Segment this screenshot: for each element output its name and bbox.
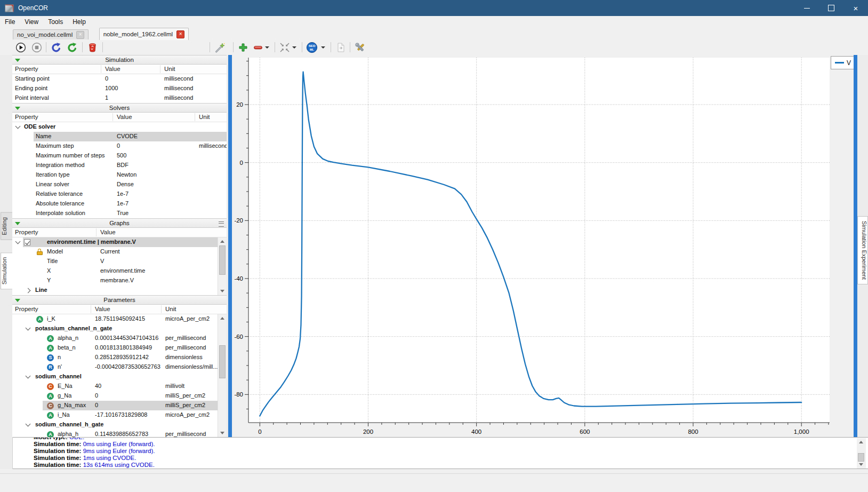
- column-header-unit[interactable]: Unit: [199, 114, 210, 120]
- section-header-parameters[interactable]: Parameters: [12, 295, 227, 305]
- column-header-value[interactable]: Value: [95, 306, 110, 312]
- export-button[interactable]: [335, 42, 347, 53]
- column-header-unit[interactable]: Unit: [165, 306, 176, 312]
- property-row[interactable]: Absolute tolerance1e-7: [12, 199, 227, 209]
- menu-view[interactable]: View: [20, 17, 43, 27]
- parameter-row[interactable]: Ag_Na0milliS_per_cm2: [12, 391, 227, 401]
- menu-file[interactable]: File: [0, 17, 20, 27]
- parameter-row[interactable]: Aalpha_h0.114839885652783per_millisecond: [12, 430, 227, 437]
- property-row[interactable]: Interpolate solutionTrue: [12, 209, 227, 218]
- chevron-expanded-icon[interactable]: [15, 239, 21, 244]
- tab-close-icon[interactable]: ×: [176, 30, 184, 38]
- file-tab-no_voi_model.cellml[interactable]: no_voi_model.cellml×: [13, 29, 89, 39]
- column-header-property[interactable]: Property: [15, 114, 38, 120]
- property-row[interactable]: Starting point0millisecond: [12, 74, 227, 84]
- property-row[interactable]: Relative tolerance1e-7: [12, 189, 227, 199]
- sedml-button[interactable]: SEDML: [306, 42, 318, 53]
- graph-checkbox[interactable]: [24, 239, 30, 245]
- property-row[interactable]: Iteration typeNewton: [12, 170, 227, 180]
- column-header-property[interactable]: Property: [15, 229, 38, 235]
- parameter-row[interactable]: CE_Na40millivolt: [12, 382, 227, 391]
- chevron-down-icon[interactable]: [321, 46, 325, 49]
- column-header-value[interactable]: Value: [105, 66, 120, 72]
- minimize-button[interactable]: [794, 0, 819, 16]
- scroll-down-icon[interactable]: [859, 463, 863, 466]
- chevron-expanded-icon[interactable]: [15, 124, 21, 129]
- close-button[interactable]: ×: [843, 0, 868, 16]
- file-tab-noble_model_1962.cellml[interactable]: noble_model_1962.cellml×: [99, 28, 189, 40]
- property-row[interactable]: Integration methodBDF: [12, 161, 227, 170]
- section-header-graphs[interactable]: Graphs: [12, 218, 227, 228]
- parameter-row[interactable]: Ai_Na-17.1016731829808microA_per_cm2: [12, 410, 227, 420]
- fit-to-view-button[interactable]: [279, 42, 291, 53]
- parameter-row[interactable]: Cg_Na_max0milliS_per_cm2: [12, 401, 227, 410]
- graphs-scrollbar[interactable]: [218, 237, 227, 295]
- column-header-value[interactable]: Value: [117, 114, 132, 120]
- simulation-properties-button[interactable]: [214, 42, 226, 53]
- property-row[interactable]: ODE solver: [12, 122, 227, 132]
- scrollbar-thumb[interactable]: [219, 345, 226, 378]
- chevron-expanded-icon[interactable]: [26, 374, 31, 379]
- tab-simulation-experiment[interactable]: Simulation Experiment: [857, 216, 868, 284]
- remove-results-button[interactable]: [86, 42, 98, 53]
- property-row[interactable]: NameCVODE: [12, 132, 227, 141]
- chevron-collapsed-icon[interactable]: [26, 288, 31, 293]
- chevron-expanded-icon[interactable]: [26, 326, 31, 331]
- column-header-property[interactable]: Property: [15, 66, 38, 72]
- tab-simulation[interactable]: Simulation: [1, 252, 13, 289]
- right-splitter[interactable]: [854, 55, 857, 437]
- scroll-up-icon[interactable]: [220, 317, 224, 320]
- column-header-unit[interactable]: Unit: [164, 66, 175, 72]
- property-row[interactable]: TitleV: [12, 257, 227, 266]
- voltage-plot[interactable]: 02004006008001,000-80-60-40-20020: [232, 55, 854, 437]
- menu-help[interactable]: Help: [68, 17, 91, 27]
- scrollbar-thumb[interactable]: [219, 245, 226, 275]
- chevron-down-icon[interactable]: [265, 46, 269, 49]
- tab-editing[interactable]: Editing: [1, 212, 13, 240]
- chevron-down-icon[interactable]: [292, 46, 296, 49]
- tab-close-icon[interactable]: ×: [76, 31, 84, 39]
- remove-graph-panel-button[interactable]: [252, 42, 264, 53]
- property-row[interactable]: Xenvironment.time: [12, 266, 227, 276]
- section-header-simulation[interactable]: Simulation: [12, 55, 227, 65]
- property-row[interactable]: Linear solverDense: [12, 180, 227, 189]
- scrollbar-thumb[interactable]: [858, 453, 864, 462]
- parameter-row[interactable]: Rn'-0.000420873530652763dimensionless/mi…: [12, 362, 227, 372]
- scroll-up-icon[interactable]: [220, 240, 224, 243]
- graphs-menu-icon[interactable]: [219, 221, 224, 227]
- maximize-button[interactable]: [819, 0, 843, 16]
- chevron-expanded-icon[interactable]: [26, 422, 31, 427]
- column-header-value[interactable]: Value: [100, 229, 116, 235]
- run-button[interactable]: [15, 42, 27, 53]
- menu-tools[interactable]: Tools: [43, 17, 68, 27]
- parameter-row[interactable]: Sn0.285128935912142dimensionless: [12, 353, 227, 362]
- property-row[interactable]: Maximum number of steps500: [12, 151, 227, 161]
- preferences-button[interactable]: [354, 42, 366, 53]
- parameter-row[interactable]: Aalpha_n0.000134453047104316per_millisec…: [12, 334, 227, 343]
- parameter-row[interactable]: potassium_channel_n_gate: [12, 324, 227, 334]
- clear-results-button[interactable]: [66, 42, 78, 53]
- console-scrollbar[interactable]: [857, 438, 866, 469]
- property-row[interactable]: Ending point1000millisecond: [12, 84, 227, 93]
- scroll-up-icon[interactable]: [859, 441, 863, 443]
- chart-area[interactable]: 02004006008001,000-80-60-40-20020 V: [232, 55, 854, 437]
- property-row[interactable]: Maximum step0millisecond: [12, 141, 227, 151]
- section-header-solvers[interactable]: Solvers: [12, 103, 227, 113]
- parameter-row[interactable]: sodium_channel_h_gate: [12, 420, 227, 430]
- property-row[interactable]: ModelCurrent: [12, 247, 227, 257]
- add-graph-panel-button[interactable]: [237, 42, 249, 53]
- property-row[interactable]: Line: [12, 285, 227, 295]
- column-header-property[interactable]: Property: [15, 306, 38, 312]
- scroll-down-icon[interactable]: [220, 432, 224, 434]
- reset-parameters-button[interactable]: [50, 42, 62, 53]
- parameters-scrollbar[interactable]: [218, 314, 227, 437]
- property-row[interactable]: Ymembrane.V: [12, 276, 227, 285]
- property-row[interactable]: Point interval1millisecond: [12, 93, 227, 103]
- left-splitter[interactable]: [228, 55, 232, 437]
- property-row[interactable]: environment.time | membrane.V: [12, 237, 227, 247]
- parameter-row[interactable]: Abeta_n0.0018131801384949per_millisecond: [12, 343, 227, 353]
- scroll-down-icon[interactable]: [220, 290, 224, 292]
- parameter-row[interactable]: sodium_channel: [12, 372, 227, 382]
- parameter-row[interactable]: Ai_K18.7511945092415microA_per_cm2: [12, 314, 227, 324]
- stop-button[interactable]: [31, 42, 43, 53]
